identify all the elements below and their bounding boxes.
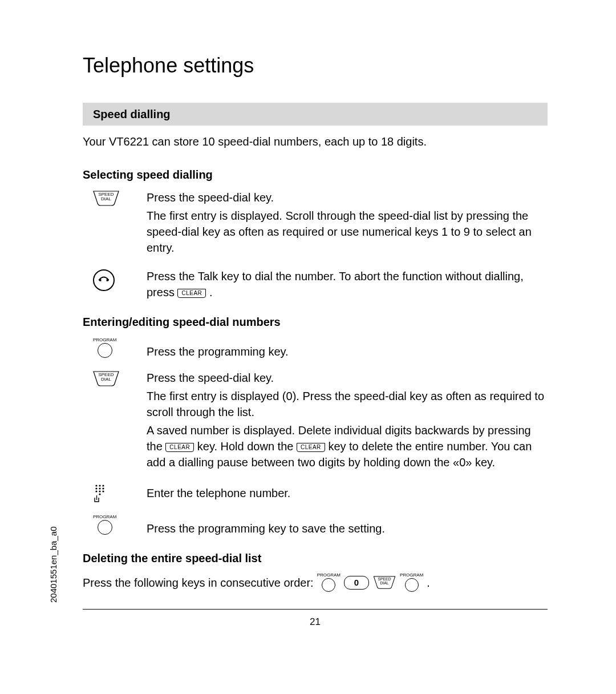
clear-key-inline: CLEAR <box>177 289 206 298</box>
svg-point-3 <box>95 488 97 490</box>
clear-key-inline: CLEAR <box>297 443 325 452</box>
program-key-icon: PROGRAM <box>317 573 341 592</box>
svg-point-2 <box>102 485 104 487</box>
program-key-icon: PROGRAM <box>93 515 116 535</box>
sel-row1-line2: The first entry is displayed. Scroll thr… <box>147 208 548 256</box>
subhead-selecting: Selecting speed dialling <box>83 167 548 183</box>
ent-row3: Enter the telephone number. <box>147 485 548 501</box>
talk-key-icon <box>93 269 115 291</box>
page-title: Telephone settings <box>83 51 548 80</box>
sel-row2: Press the Talk key to dial the number. T… <box>147 268 548 300</box>
subhead-entering: Entering/editing speed-dial numbers <box>83 314 548 330</box>
program-key-icon: PROGRAM <box>93 338 116 358</box>
speed-dial-key-icon: SPEEDDIAL <box>93 371 119 387</box>
speed-dial-label-2: DIAL <box>101 196 111 201</box>
sel-row2-b: . <box>209 286 213 298</box>
page-number: 21 <box>83 615 548 629</box>
svg-point-6 <box>95 491 97 493</box>
speed-dial-key-icon: SPEEDDIAL <box>373 576 395 590</box>
ent-row2-b: The first entry is displayed (0). Press … <box>147 388 548 420</box>
sel-row1-line1: Press the speed-dial key. <box>147 189 548 205</box>
subhead-deleting: Deleting the entire speed-dial list <box>83 550 548 566</box>
footer-rule <box>83 609 548 610</box>
svg-point-5 <box>102 488 104 490</box>
program-label: PROGRAM <box>93 338 116 342</box>
ent-row2-a: Press the speed-dial key. <box>147 370 548 386</box>
svg-point-0 <box>95 485 97 487</box>
keypad-entry-icon <box>93 484 110 503</box>
ent-row1: Press the programming key. <box>147 344 548 360</box>
program-key-icon: PROGRAM <box>400 573 423 592</box>
svg-point-9 <box>99 494 100 495</box>
document-reference: 20401551en_ba_a0 <box>47 527 59 603</box>
zero-key-icon: 0 <box>344 576 369 590</box>
clear-key-inline: CLEAR <box>165 443 194 452</box>
svg-point-7 <box>99 491 100 493</box>
svg-point-4 <box>99 488 100 490</box>
ent-row2-c: A saved number is displayed. Delete indi… <box>147 422 548 470</box>
section-heading-bar: Speed dialling <box>83 103 548 126</box>
intro-text: Your VT6221 can store 10 speed-dial numb… <box>83 134 548 150</box>
ent-row4: Press the programming key to save the se… <box>147 520 548 536</box>
del-end: . <box>427 575 430 591</box>
svg-point-1 <box>99 485 100 487</box>
svg-point-8 <box>102 491 104 493</box>
speed-dial-key-icon: SPEEDDIAL <box>93 191 119 207</box>
del-text: Press the following keys in consecutive … <box>83 575 314 591</box>
